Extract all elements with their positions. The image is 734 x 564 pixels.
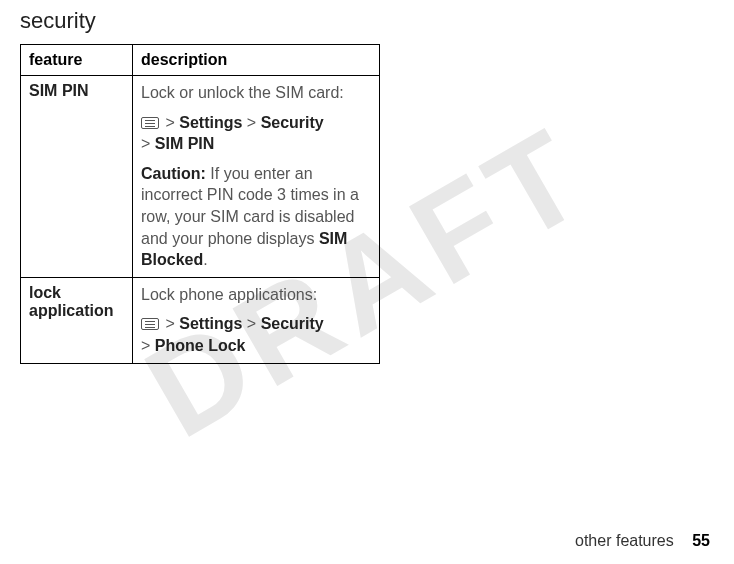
menu-icon <box>141 117 159 129</box>
feature-name: SIM PIN <box>21 76 133 278</box>
desc-intro: Lock phone applications: <box>141 284 371 306</box>
sep: > <box>247 114 256 131</box>
feature-name: lock application <box>21 277 133 363</box>
features-table: feature description SIM PIN Lock or unlo… <box>20 44 380 364</box>
col-description: description <box>133 45 380 76</box>
sep: > <box>141 135 150 152</box>
sep: > <box>165 315 174 332</box>
feature-description: Lock phone applications: > Settings > Se… <box>133 277 380 363</box>
path-leaf: SIM PIN <box>155 135 215 152</box>
menu-icon <box>141 318 159 330</box>
sep: > <box>247 315 256 332</box>
caution-block: Caution: If you enter an incorrect PIN c… <box>141 163 371 271</box>
caution-period: . <box>203 251 207 268</box>
sep: > <box>141 337 150 354</box>
page-number: 55 <box>692 532 710 549</box>
page-footer: other features 55 <box>575 532 710 550</box>
sep: > <box>165 114 174 131</box>
path-leaf: Phone Lock <box>155 337 246 354</box>
table-header-row: feature description <box>21 45 380 76</box>
path-security: Security <box>261 114 324 131</box>
page-content: security feature description SIM PIN Loc… <box>0 0 734 364</box>
footer-label: other features <box>575 532 674 549</box>
menu-path: > Settings > Security > SIM PIN <box>141 112 371 155</box>
menu-path: > Settings > Security > Phone Lock <box>141 313 371 356</box>
desc-intro: Lock or unlock the SIM card: <box>141 82 371 104</box>
caution-label: Caution: <box>141 165 206 182</box>
table-row: lock application Lock phone applications… <box>21 277 380 363</box>
path-security: Security <box>261 315 324 332</box>
path-settings: Settings <box>179 315 242 332</box>
col-feature: feature <box>21 45 133 76</box>
section-title: security <box>20 8 734 34</box>
feature-description: Lock or unlock the SIM card: > Settings … <box>133 76 380 278</box>
table-row: SIM PIN Lock or unlock the SIM card: > S… <box>21 76 380 278</box>
path-settings: Settings <box>179 114 242 131</box>
